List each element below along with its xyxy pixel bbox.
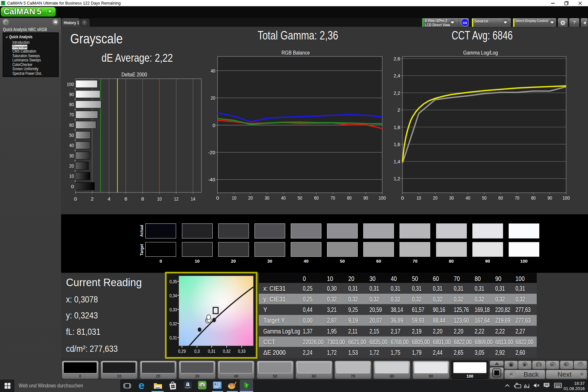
svg-text:50: 50 [298,195,302,201]
svg-text:0: 0 [71,184,74,189]
svg-text:30: 30 [449,195,454,201]
svg-text:1,2: 1,2 [394,176,400,181]
svg-text:90: 90 [547,195,552,201]
svg-text:50: 50 [69,132,74,138]
svg-text:0: 0 [401,195,404,201]
svg-text:8: 8 [141,196,144,202]
svg-text:90: 90 [364,195,368,201]
svg-text:20: 20 [69,163,74,169]
svg-text:-40: -40 [208,177,215,182]
svg-text:10: 10 [416,195,421,201]
svg-text:6: 6 [124,196,127,202]
svg-text:-20: -20 [208,150,215,155]
svg-text:2,6: 2,6 [394,56,400,61]
svg-text:60: 60 [314,195,318,201]
svg-text:40: 40 [466,195,470,201]
svg-text:20: 20 [248,195,253,201]
svg-text:1,8: 1,8 [394,124,400,130]
svg-text:100: 100 [379,195,386,201]
svg-text:100: 100 [67,81,74,87]
svg-text:20: 20 [433,195,437,201]
svg-text:20: 20 [211,95,215,101]
svg-text:4: 4 [107,196,110,202]
svg-text:60: 60 [69,122,74,128]
svg-text:60: 60 [498,195,503,201]
svg-text:80: 80 [69,102,74,107]
svg-text:70: 70 [69,112,74,117]
svg-text:50: 50 [482,195,487,201]
svg-text:12: 12 [174,196,178,202]
svg-text:10: 10 [157,196,162,202]
svg-text:2,2: 2,2 [394,90,400,96]
svg-text:2: 2 [91,196,94,202]
svg-text:5: 5 [246,384,248,388]
svg-text:70: 70 [331,195,335,201]
svg-text:10: 10 [69,173,74,179]
svg-text:2,4: 2,4 [394,73,400,78]
svg-text:0: 0 [216,195,219,201]
svg-text:0: 0 [212,122,215,128]
svg-text:40: 40 [281,195,286,201]
svg-text:0: 0 [74,196,77,202]
svg-text:2: 2 [397,107,400,113]
svg-text:14: 14 [191,196,195,202]
svg-text:1,4: 1,4 [394,159,400,164]
svg-text:30: 30 [265,195,269,201]
svg-text:80: 80 [531,195,536,201]
svg-text:40: 40 [211,68,215,74]
svg-text:40: 40 [69,142,74,148]
svg-text:10: 10 [232,195,236,201]
svg-text:30: 30 [69,153,74,158]
svg-text:90: 90 [69,91,74,97]
svg-text:80: 80 [347,195,351,201]
svg-text:1,6: 1,6 [394,141,400,147]
svg-text:100: 100 [563,195,570,201]
svg-text:70: 70 [515,195,519,201]
